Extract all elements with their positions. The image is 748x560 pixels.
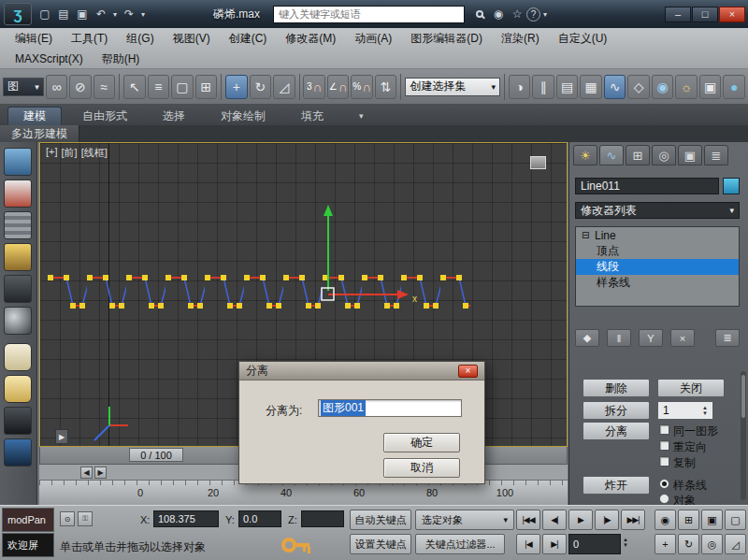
select-and-scale-icon[interactable]: ◿ <box>273 75 295 99</box>
menu-maxscript[interactable]: MAXScript(X) <box>6 50 93 68</box>
stack-item-segment[interactable]: 线段 <box>576 259 739 275</box>
select-object-icon[interactable]: ↖ <box>123 75 146 99</box>
angle-snap-icon[interactable]: ∠∩ <box>327 75 350 99</box>
show-end-result-icon[interactable]: ‖ <box>607 329 631 347</box>
window-crossing-icon[interactable]: ⊞ <box>195 75 218 99</box>
left-toolbar-icon-5[interactable] <box>4 275 32 303</box>
key-filters-button[interactable]: 关键点过滤器... <box>415 534 505 554</box>
divide-count-spinner[interactable]: 1 ▲▼ <box>657 401 713 420</box>
same-shape-checkbox[interactable] <box>659 424 669 435</box>
left-toolbar-icon-8[interactable] <box>4 375 32 403</box>
help-icon[interactable]: ? <box>526 7 540 22</box>
maximize-viewport-icon[interactable]: ◿ <box>725 534 746 554</box>
render-production-icon[interactable]: ● <box>723 75 745 99</box>
close-button-spline[interactable]: 关闭 <box>657 379 725 397</box>
zoom-region-icon[interactable]: ▢ <box>725 510 746 530</box>
object-color-swatch[interactable] <box>723 178 740 194</box>
left-toolbar-icon-9[interactable] <box>4 407 32 435</box>
layer-manager-icon[interactable]: ▤ <box>556 75 579 99</box>
z-coord-field[interactable] <box>301 510 344 527</box>
menu-views[interactable]: 视图(V) <box>164 29 220 48</box>
minimize-button[interactable]: – <box>665 7 691 22</box>
maxscript-mini-listener[interactable]: modPan <box>2 508 54 532</box>
menu-create[interactable]: 创建(C) <box>220 29 277 48</box>
frame-spinner-icon[interactable]: ▲▼ <box>623 537 628 548</box>
save-file-icon[interactable]: ▣ <box>73 5 92 23</box>
zoom-icon[interactable]: ◉ <box>654 510 676 530</box>
selection-region-icon[interactable]: ▢ <box>171 75 194 99</box>
schematic-view-icon[interactable]: ◇ <box>627 75 650 99</box>
explode-button[interactable]: 炸开 <box>583 476 650 495</box>
pin-stack-icon[interactable]: ◆ <box>575 329 599 347</box>
left-toolbar-icon-7[interactable] <box>4 343 32 371</box>
spinner-snap-icon[interactable]: ⇅ <box>375 75 397 99</box>
ribbon-options-icon[interactable]: ▾ <box>344 107 379 125</box>
go-to-start-button[interactable]: |◀◀ <box>516 510 540 530</box>
dialog-title-bar[interactable]: 分离 × <box>239 362 484 381</box>
selection-filter-combo[interactable]: 图▾ <box>3 78 44 96</box>
tab-motion[interactable]: ◎ <box>652 145 676 165</box>
configure-modifier-sets-icon[interactable]: ≣ <box>715 329 740 347</box>
undo-icon[interactable]: ↶ <box>92 5 110 23</box>
collapse-icon[interactable]: ⊟ <box>582 230 591 240</box>
cancel-button[interactable]: 取消 <box>383 458 460 478</box>
mirror-icon[interactable]: ◑ <box>509 75 531 99</box>
menu-modifiers[interactable]: 修改器(M) <box>276 29 345 48</box>
menu-edit[interactable]: 编辑(E) <box>6 29 62 48</box>
viewport-pov-menu[interactable]: [前] <box>62 146 78 160</box>
x-coord-field[interactable]: 108.375 <box>153 510 219 527</box>
previous-key-step-button[interactable]: |◀ <box>516 534 540 554</box>
left-toolbar-icon-1[interactable] <box>4 148 32 176</box>
current-frame-field[interactable]: 0 <box>568 534 621 554</box>
divide-button[interactable]: 拆分 <box>583 401 650 420</box>
isolate-selection-icon[interactable]: ⊙ <box>60 511 75 526</box>
left-toolbar-icon-4[interactable] <box>4 243 32 271</box>
material-editor-icon[interactable]: ◉ <box>652 75 674 99</box>
menu-help[interactable]: 帮助(H) <box>93 50 150 68</box>
zoom-extents-icon[interactable]: ▣ <box>701 510 723 530</box>
menu-rendering[interactable]: 渲染(R) <box>492 29 549 48</box>
explode-to-splines-radio[interactable] <box>659 479 669 489</box>
redo-dropdown-icon[interactable]: ▾ <box>138 5 148 23</box>
detach-button[interactable]: 分离 <box>583 422 650 440</box>
tab-modify[interactable]: ∿ <box>599 145 624 165</box>
tab-modeling[interactable]: 建模 <box>7 107 62 125</box>
set-key-button[interactable]: 设置关键点 <box>350 534 411 554</box>
tab-hierarchy[interactable]: ⊞ <box>626 145 650 165</box>
zoom-all-icon[interactable]: ⊞ <box>678 510 699 530</box>
scene-object-cube[interactable] <box>530 156 546 169</box>
auto-key-button[interactable]: 自动关键点 <box>350 510 411 530</box>
graphite-ribbon-toggle-icon[interactable]: ▦ <box>580 75 602 99</box>
rendered-frame-window-icon[interactable]: ▣ <box>699 75 722 99</box>
menu-group[interactable]: 组(G) <box>117 29 163 48</box>
left-toolbar-icon-10[interactable] <box>4 438 32 467</box>
menu-animation[interactable]: 动画(A) <box>345 29 401 48</box>
stack-item-spline[interactable]: 样条线 <box>576 275 739 291</box>
left-toolbar-icon-2[interactable] <box>4 179 32 208</box>
favorites-icon[interactable]: ☆ <box>508 5 526 23</box>
help-dropdown-icon[interactable]: ▾ <box>540 5 550 23</box>
open-file-icon[interactable]: ▤ <box>54 5 73 23</box>
stack-item-vertex[interactable]: 顶点 <box>576 243 739 259</box>
menu-graph-editors[interactable]: 图形编辑器(D) <box>401 29 492 48</box>
play-button[interactable]: ▶ <box>568 510 593 530</box>
search-icon[interactable] <box>470 5 489 23</box>
set-key-icon[interactable] <box>280 532 312 558</box>
bind-to-spacewarp-icon[interactable]: ≈ <box>94 75 116 99</box>
next-key-button[interactable]: ▶ <box>94 467 107 479</box>
left-toolbar-icon-6[interactable] <box>4 307 32 335</box>
stack-item-line[interactable]: ⊟ Line <box>576 227 739 243</box>
selection-lock-icon[interactable]: ⚿ <box>78 511 93 526</box>
communicate-icon[interactable]: ◉ <box>489 5 508 23</box>
align-icon[interactable]: ∥ <box>532 75 554 99</box>
toolbar-flyout-arrow[interactable]: ▶ <box>55 429 68 444</box>
maxscript-listener-line[interactable]: 欢迎屏 <box>2 533 54 557</box>
curve-editor-icon[interactable]: ∿ <box>604 75 626 99</box>
y-coord-field[interactable]: 0.0 <box>238 510 281 527</box>
snap-toggle-3d-icon[interactable]: 3∩ <box>303 75 325 99</box>
menu-tools[interactable]: 工具(T) <box>62 29 117 48</box>
viewport-shading-menu[interactable]: [线框] <box>81 146 108 160</box>
make-unique-icon[interactable]: Y <box>639 329 663 347</box>
dialog-close-button[interactable]: × <box>458 365 478 378</box>
tab-selection[interactable]: 选择 <box>148 107 200 125</box>
